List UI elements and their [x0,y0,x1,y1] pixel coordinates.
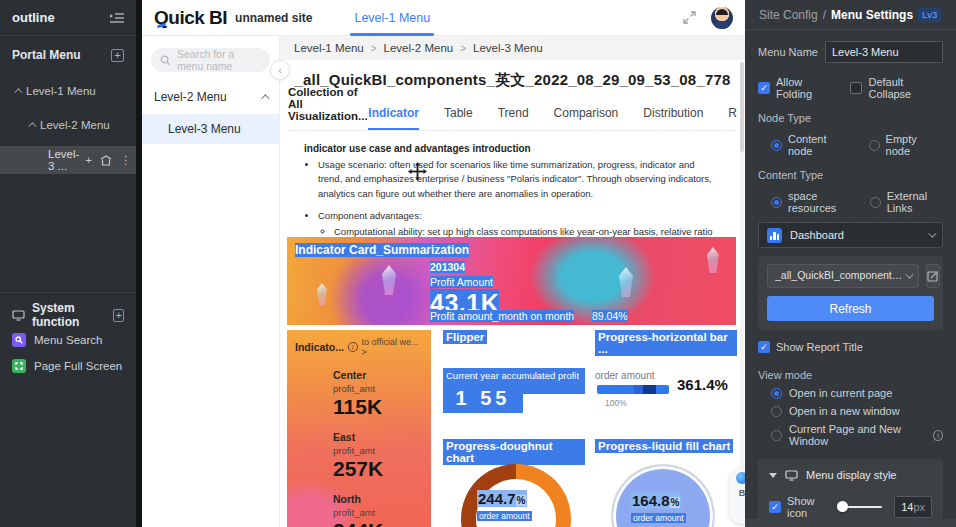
tab-trend[interactable]: Trend [498,106,529,130]
add-system-function-button[interactable]: + [113,309,124,322]
icon-size-value: 14 [901,501,913,513]
allow-folding-label: Allow Folding [776,76,836,100]
empty-node-label: Empty node [886,133,943,157]
more-options-icon[interactable]: ⋮ [120,153,132,167]
doughnut-label: order amount [477,511,532,521]
chevron-down-icon [905,270,913,278]
indicator-card-banner: Indicator Card_Summarization 201304 Prof… [287,237,736,325]
user-avatar[interactable] [711,7,733,29]
edit-resource-button[interactable] [926,264,940,288]
menu-item-level3-selected[interactable]: Level-3 Menu [142,114,279,144]
allow-folding-checkbox[interactable]: ✓ [758,82,770,94]
intro-heading: indicator use case and advantages introd… [304,141,721,156]
region-value: 115K [333,395,431,419]
doughnut-value: 244.7% [477,490,527,507]
refresh-button[interactable]: Refresh [767,296,934,321]
sidebar-item-menu-search[interactable]: Menu Search [0,327,136,353]
region-metric: profit_amt [333,507,431,518]
home-icon[interactable] [100,155,112,166]
menu-tree-panel: Search for a menu name Level-2 Menu Leve… [142,36,280,527]
sidebar-item-page-full-screen[interactable]: Page Full Screen [0,353,136,379]
sidebar-item-label: Level-3 ... [48,148,79,172]
collapse-outline-icon[interactable] [110,12,124,24]
chevron-up-icon [28,122,36,130]
hbar-progress-bar [597,385,669,394]
site-config-crumb[interactable]: Site Config [759,8,818,22]
quickbi-logo: Quick BI [154,7,227,29]
resource-group: _all_QuickBI_components_英文_2... Refresh [758,256,943,330]
search-placeholder: Search for a menu name [177,48,261,72]
banner-sub-label: Profit amount_month on month [430,310,574,322]
system-function-label: System function [32,301,106,329]
menu-name-label: Menu Name [758,46,818,58]
view-mode-label: View mode [758,369,943,381]
flipper-digits: 1 55 [443,384,523,413]
crystal-decoration [382,265,396,295]
region-row-north: North profit_amt 344K [287,493,431,527]
hbar-value: 361.4% [677,376,728,393]
menu-search-input[interactable]: Search for a menu name [151,48,270,72]
open-current-page-radio[interactable] [771,388,782,399]
menu-settings-title: Menu Settings [831,8,913,22]
site-name: unnamed site [235,11,312,25]
chevron-up-icon [14,88,22,96]
banner-period: 201304 [430,261,465,273]
region-card-title: Indicato... [295,341,344,353]
panel-collapse-button[interactable]: ‹ [270,60,290,80]
resource-select[interactable]: _all_QuickBI_components_英文_2... [767,264,919,288]
breadcrumb-item[interactable]: Level-3 Menu [473,42,543,54]
open-new-window-radio[interactable] [771,406,782,417]
dashboard-select[interactable]: Dashboard [758,222,943,248]
header-tab-level1[interactable]: Level-1 Menu [354,0,430,36]
collapse-triangle-icon[interactable] [769,473,777,478]
icon-size-slider[interactable] [838,506,883,508]
external-links-radio[interactable] [870,197,881,208]
icon-size-input[interactable]: 14 px [894,496,932,518]
top-header: Quick BI unnamed site Level-1 Menu [142,0,745,36]
content-node-label: Content node [788,133,853,157]
expand-icon[interactable] [682,10,697,25]
tab-comparison[interactable]: Comparison [554,106,619,130]
tab-distribution[interactable]: Distribution [643,106,703,130]
official-website-link[interactable]: to official we... > [362,337,423,357]
region-name: North [333,493,431,505]
hbar-title: Progress-horizontal bar ... [595,330,737,356]
assistant-icon [736,472,745,484]
current-and-new-window-label: Current Page and New Window [789,423,926,447]
add-node-icon[interactable]: + [85,154,92,166]
tab-r[interactable]: R [728,106,737,130]
assistant-floating-button[interactable]: B [729,468,745,524]
add-portal-menu-button[interactable]: + [111,49,124,62]
liquid-title: Progress-liquid fill chart [595,439,733,453]
region-row-center: Center profit_amt 115K [287,369,431,419]
slider-knob[interactable] [837,501,848,512]
region-indicator-card: Indicato... i to official we... > Center… [287,330,431,527]
info-icon: i [933,430,943,441]
space-resources-label: space resources [788,190,854,214]
empty-node-radio[interactable] [869,140,880,151]
show-report-title-label: Show Report Title [776,341,863,353]
tab-indicator[interactable]: Indicator [368,106,419,130]
show-icon-label: Show icon [787,495,824,519]
resource-select-value: _all_QuickBI_components_英文_2... [775,269,905,283]
tab-table[interactable]: Table [444,106,473,130]
liquid-value: 164.8% [631,492,681,509]
region-name: Center [333,369,431,381]
breadcrumb-item[interactable]: Level-2 Menu [384,42,454,54]
content-scrollbar[interactable] [740,62,744,522]
space-resources-radio[interactable] [771,197,782,208]
show-icon-checkbox[interactable]: ✓ [769,501,781,513]
chevron-up-icon [261,94,269,102]
sidebar-item-level3-selected[interactable]: Level-3 ... + ⋮ [0,146,136,174]
content-node-radio[interactable] [771,140,782,151]
menu-group-level2[interactable]: Level-2 Menu [142,80,279,114]
page-full-screen-label: Page Full Screen [34,360,122,372]
banner-title: Indicator Card_Summarization [295,243,469,257]
menu-name-input[interactable]: Level-3 Menu [825,41,943,63]
current-and-new-window-radio[interactable] [771,430,782,441]
breadcrumb-item[interactable]: Level-1 Menu [294,42,364,54]
sidebar-item-level1[interactable]: Level-1 Menu [0,78,136,104]
default-collapse-checkbox[interactable] [850,82,862,94]
sidebar-item-level2[interactable]: Level-2 Menu [0,112,136,138]
show-report-title-checkbox[interactable]: ✓ [758,341,770,353]
